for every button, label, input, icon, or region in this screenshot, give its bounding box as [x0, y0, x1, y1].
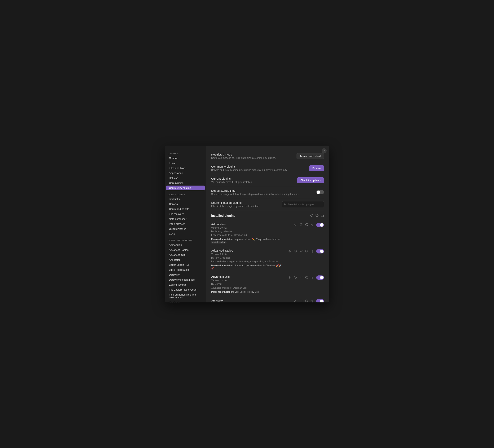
plugin-settings-icon-advanced-uri[interactable]: ⚙ — [288, 276, 291, 279]
plugin-toggle-advanced-uri[interactable] — [316, 276, 324, 280]
sidebar-item-backlinks[interactable]: Backlinks — [166, 197, 205, 201]
current-plugins-row: Current plugins You currently have 48 pl… — [211, 174, 324, 186]
plugin-actions-advanced-tables: ⚙ 🗑 — [288, 249, 324, 254]
sidebar-item-advanced-tables[interactable]: Advanced Tables — [166, 248, 205, 252]
plugin-name-admonition: Admonition — [211, 222, 290, 226]
installed-plugins-title: Installed plugins — [211, 214, 235, 218]
core-plugins-section-label: Core plugins — [165, 192, 206, 196]
plugin-item-advanced-tables: Advanced Tables Version: 0.21.0 By Tony … — [211, 246, 324, 272]
svg-line-1 — [286, 205, 286, 205]
folder-icon[interactable] — [316, 214, 319, 218]
sidebar-item-command-palette[interactable]: Command palette — [166, 206, 205, 211]
community-plugins-title: Community plugins — [211, 165, 306, 168]
sidebar-item-annotator[interactable]: Annotator — [166, 257, 205, 262]
plugin-name-advanced-tables: Advanced Tables — [211, 249, 284, 252]
plugin-top-advanced-uri: Advanced URI Version: 1.42.0 By Vinzent … — [211, 275, 324, 293]
plugin-meta-advanced-uri: Version: 1.42.0 By Vinzent Advanced mode… — [211, 279, 284, 290]
restricted-mode-row: Restricted mode Restricted mode is off. … — [211, 150, 324, 162]
plugin-top-admonition: Admonition Version: 10.3.2 By Jeremy Val… — [211, 222, 324, 243]
sidebar-item-note-composer[interactable]: Note composer — [166, 217, 205, 221]
sidebar-item-highlightr[interactable]: Highlightr — [166, 300, 205, 303]
sidebar: Options General Editor Files and links A… — [165, 145, 206, 303]
plugin-settings-icon-admonition[interactable]: ⚙ — [293, 223, 297, 227]
debug-startup-row: Debug startup time Show a message with h… — [211, 186, 324, 198]
settings-modal: × Options General Editor Files and links… — [165, 145, 329, 303]
plugin-meta-admonition: Version: 10.3.2 By Jeremy Valentine Enha… — [211, 226, 290, 237]
plugin-top-advanced-tables: Advanced Tables Version: 0.21.0 By Tony … — [211, 249, 324, 270]
sidebar-item-dataview-recent-files[interactable]: Dataview Recent Files — [166, 277, 205, 282]
debug-startup-desc: Show a message with how long each plugin… — [211, 193, 313, 195]
sidebar-item-file-recovery[interactable]: File recovery — [166, 212, 205, 216]
sidebar-item-appearance[interactable]: Appearance — [166, 171, 205, 175]
plugin-item-advanced-uri: Advanced URI Version: 1.42.0 By Vinzent … — [211, 272, 324, 296]
search-input[interactable] — [288, 203, 322, 206]
sidebar-item-editing-toolbar[interactable]: Editing Toolbar — [166, 282, 205, 287]
community-plugins-action: Browse — [309, 165, 324, 171]
community-plugins-section-label: Community plugins — [165, 238, 206, 242]
plugin-github-icon-advanced-uri[interactable] — [305, 276, 309, 279]
community-plugins-info: Community plugins Browse and install com… — [211, 165, 306, 171]
plugin-meta-advanced-tables: Version: 0.21.0 By Tony Grosinger Improv… — [211, 253, 284, 264]
plugin-delete-icon-advanced-tables[interactable]: 🗑 — [310, 250, 314, 253]
plugin-info-advanced-uri: Advanced URI Version: 1.42.0 By Vinzent … — [211, 275, 288, 293]
plugin-heart-icon-advanced-tables[interactable] — [299, 250, 303, 253]
debug-startup-toggle[interactable] — [316, 190, 324, 194]
plugin-delete-icon-advanced-uri[interactable]: 🗑 — [310, 276, 314, 279]
plugin-item-annotator: Annotator Version: 0.2.11 This is a samp… — [211, 296, 324, 303]
plugin-delete-icon-admonition[interactable]: 🗑 — [310, 223, 314, 227]
plugin-toggle-advanced-tables[interactable] — [316, 249, 324, 254]
plugin-github-icon-annotator[interactable] — [305, 300, 309, 303]
browse-button[interactable]: Browse — [309, 165, 324, 171]
sidebar-item-better-export-pdf[interactable]: Better Export PDF — [166, 262, 205, 267]
plugin-settings-icon-annotator[interactable]: ⚙ — [293, 300, 297, 303]
sidebar-item-file-explorer-note-count[interactable]: File Explorer Note Count — [166, 287, 205, 292]
sidebar-item-find-orphaned-files[interactable]: Find orphaned files and broken links — [166, 292, 205, 300]
plugin-info-annotator: Annotator Version: 0.2.11 This is a samp… — [211, 299, 293, 303]
debug-startup-action — [316, 190, 324, 194]
plugin-github-icon-admonition[interactable] — [305, 223, 309, 227]
sidebar-item-page-preview[interactable]: Page preview — [166, 221, 205, 226]
restricted-mode-desc: Restricted mode is off. Turn on to disab… — [211, 157, 294, 159]
sidebar-item-general[interactable]: General — [166, 156, 205, 160]
sidebar-item-dataview[interactable]: Dataview — [166, 272, 205, 277]
sidebar-item-files-and-links[interactable]: Files and links — [166, 166, 205, 170]
debug-startup-info: Debug startup time Show a message with h… — [211, 189, 313, 195]
plugin-add-icon-advanced-uri[interactable] — [293, 276, 297, 279]
search-installed-info: Search installed plugins Filter installe… — [211, 201, 279, 207]
plugin-add-icon-annotator[interactable] — [299, 300, 303, 303]
plugin-annotation-advanced-tables: Personal annotation: A must to operate o… — [211, 264, 284, 269]
plugin-settings-icon-advanced-tables[interactable]: ⚙ — [288, 250, 291, 253]
restricted-mode-info: Restricted mode Restricted mode is off. … — [211, 153, 294, 159]
sidebar-item-hotkeys[interactable]: Hotkeys — [166, 176, 205, 180]
sidebar-item-advanced-uri[interactable]: Advanced URI — [166, 253, 205, 257]
sidebar-item-sync[interactable]: Sync — [166, 231, 205, 236]
plugin-name-advanced-uri: Advanced URI — [211, 275, 284, 278]
current-plugins-title: Current plugins — [211, 177, 294, 180]
plugin-toggle-admonition[interactable] — [316, 223, 324, 227]
close-button[interactable]: × — [322, 148, 327, 153]
svg-rect-2 — [321, 215, 323, 217]
plugin-add-icon-admonition[interactable] — [299, 223, 303, 227]
sidebar-item-canvas[interactable]: Canvas — [166, 202, 205, 206]
debug-startup-title: Debug startup time — [211, 189, 313, 192]
plugin-delete-icon-annotator[interactable]: 🗑 — [310, 300, 314, 303]
sidebar-item-bibtex-integration[interactable]: Bibtex integration — [166, 267, 205, 272]
lock-icon[interactable] — [321, 214, 324, 218]
community-plugins-desc: Browse and install community plugins mad… — [211, 169, 306, 171]
plugin-github-icon-advanced-tables[interactable] — [305, 250, 309, 253]
plugin-toggle-annotator[interactable] — [316, 299, 324, 303]
check-for-updates-button[interactable]: Check for updates — [297, 177, 324, 183]
turn-on-reload-button[interactable]: Turn on and reload — [296, 153, 324, 159]
search-installed-title: Search installed plugins — [211, 201, 279, 204]
sidebar-item-editor[interactable]: Editor — [166, 161, 205, 166]
search-installed-desc: Filter installed plugins by name or desc… — [211, 205, 279, 207]
plugin-actions-admonition: ⚙ 🗑 — [293, 223, 324, 227]
sidebar-item-admonition[interactable]: Admonition — [166, 242, 205, 247]
refresh-icon[interactable] — [310, 214, 313, 218]
sidebar-item-community-plugins[interactable]: Community plugins — [166, 186, 205, 190]
plugin-add-icon-advanced-tables[interactable] — [293, 250, 297, 253]
sidebar-item-quick-switcher[interactable]: Quick switcher — [166, 227, 205, 231]
installed-plugins-header: Installed plugins — [211, 210, 324, 220]
sidebar-item-core-plugins[interactable]: Core plugins — [166, 181, 205, 185]
plugin-heart-icon-advanced-uri[interactable] — [299, 276, 303, 279]
